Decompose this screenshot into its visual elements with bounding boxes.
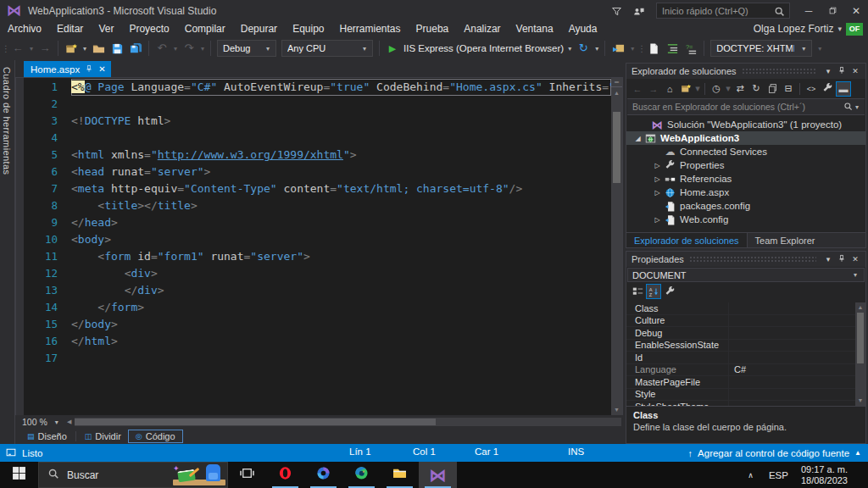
opera-browser-button[interactable] [266,462,304,488]
panel-drag-area[interactable] [742,68,816,75]
nav-forward-icon[interactable]: → [646,81,661,97]
code-line-11[interactable]: 11 <form id="form1" runat="server"> [24,248,611,265]
properties-icon[interactable] [820,81,835,97]
panel-tab-team-explorer[interactable]: Team Explorer [748,233,823,247]
send-feedback-icon[interactable] [627,3,649,19]
avatar[interactable]: OF [846,23,863,36]
doctype-select[interactable]: DOCTYPE: XHTML5 ▾ [710,40,812,57]
visual-studio-button[interactable]: ⋈ [419,462,457,488]
save-all-button[interactable] [126,37,145,59]
code-line-4[interactable]: 4 [24,130,611,147]
property-value[interactable] [728,302,865,314]
property-value[interactable] [728,340,865,352]
nav-back-icon[interactable]: ← [630,81,645,97]
view-tab-código[interactable]: ◎Código [128,430,183,443]
panel-drag-area[interactable] [689,256,816,263]
close-icon[interactable]: ✕ [849,255,862,263]
code-line-8[interactable]: 8 <title></title> [24,197,611,214]
nav-back-button[interactable]: ← [8,37,27,59]
new-project-button[interactable] [62,37,81,59]
panel-tab-explorador-de-soluciones[interactable]: Explorador de soluciones [626,233,748,247]
pin-icon[interactable] [85,64,93,75]
editor-vertical-scrollbar[interactable]: ═ ▲ ▼ [611,78,622,415]
solution-explorer-header[interactable]: Explorador de soluciones ▾ ✕ [626,64,865,79]
toolbar-overflow-icon[interactable]: ▾ [627,45,637,53]
view-tab-dividir[interactable]: ◫Dividir [78,430,128,443]
property-row-debug[interactable]: Debug [626,327,865,340]
code-line-5[interactable]: 5<html xmlns="http://www.w3.org/1999/xht… [24,147,611,164]
format-selection-button[interactable]: ?= [682,37,700,59]
loop-app-button[interactable] [304,462,342,488]
menu-item-herramientas[interactable]: Herramientas [332,21,409,36]
tree-item-soluci-n-webapplication3-1-proyecto[interactable]: ⋈Solución "WebApplication3" (1 proyecto) [626,118,865,131]
expander-icon[interactable]: ▷ [652,162,663,169]
menu-item-equipo[interactable]: Equipo [285,21,331,36]
collapse-all-icon[interactable] [765,81,780,97]
property-row-masterpagefile[interactable]: MasterPageFile [626,376,865,389]
start-debug-label[interactable]: IIS Express (Opera Internet Browser) [403,43,564,53]
scrollbar-thumb[interactable] [75,419,436,425]
property-value[interactable]: C# [728,364,865,376]
menu-item-compilar[interactable]: Compilar [177,21,233,36]
object-selector[interactable]: DOCUMENT ▾ [627,268,865,282]
tree-item-referencias[interactable]: ▷Referencias [626,172,865,186]
expander-icon[interactable]: ◢ [632,135,643,142]
menu-item-prueba[interactable]: Prueba [409,21,457,36]
property-row-culture[interactable]: Culture [626,315,865,328]
view-code-icon[interactable]: <> [804,81,819,97]
chevron-down-icon[interactable]: ▾ [725,81,732,97]
menu-item-ver[interactable]: Ver [91,21,121,36]
window-menu-icon[interactable]: ▾ [821,67,835,75]
pin-icon[interactable] [835,66,849,76]
solution-search-input[interactable]: Buscar en Explorador de soluciones (Ctrl… [627,98,865,115]
minimize-button[interactable]: ─ [797,0,821,21]
account-name[interactable]: Olga Lopez Fortiz [754,23,834,35]
chevron-down-icon[interactable]: ▾ [853,103,861,111]
toolbar-grip[interactable]: ⋮ [2,44,8,53]
save-button[interactable] [108,37,126,59]
property-value[interactable] [728,389,865,401]
redo-dropdown-icon[interactable]: ▾ [198,45,207,53]
tree-item-connected-services[interactable]: ☁Connected Services [626,145,865,158]
splitter-handle[interactable]: ═ [611,78,622,87]
tree-item-home-aspx[interactable]: ▷Home.aspx [626,186,865,199]
code-line-9[interactable]: 9</head> [24,214,611,231]
alphabetical-icon[interactable]: AZ [646,284,661,299]
code-line-10[interactable]: 10<body> [24,231,611,248]
property-row-language[interactable]: LanguageC# [626,364,865,377]
property-row-enablesessionstate[interactable]: EnableSessionState [626,340,865,352]
pending-changes-filter-icon[interactable]: ◷ [709,81,724,97]
edge-browser-button[interactable] [342,462,381,488]
undo-dropdown-icon[interactable]: ▾ [171,45,180,53]
solution-platform-select[interactable]: Any CPU ▾ [281,40,373,57]
scrollbar-thumb[interactable] [857,313,864,363]
redo-button[interactable]: ↷ [180,37,198,59]
home-icon[interactable]: ⌂ [662,81,677,97]
toolbar-grip[interactable]: ⋮ [637,44,644,53]
properties-header[interactable]: Propiedades ▾ ✕ [626,252,865,267]
code-line-14[interactable]: 14 </form> [24,299,611,316]
tab-home-aspx[interactable]: Home.aspx ✕ [24,61,111,77]
undo-button[interactable]: ↶ [153,37,171,59]
properties-scrollbar[interactable]: ▲ ▼ [855,302,865,406]
toolbox-tab[interactable]: Cuadro de herramientas [0,60,15,444]
open-file-button[interactable] [89,37,108,59]
sync-with-active-document-icon[interactable]: ⇄ [732,81,748,97]
tray-expand-button[interactable]: ∧ [740,462,761,488]
property-pages-icon[interactable] [662,284,677,299]
property-value[interactable] [728,315,865,327]
format-document-button[interactable] [663,37,682,59]
new-file-button[interactable] [644,37,663,59]
property-row-class[interactable]: Class [626,302,865,315]
language-indicator[interactable]: ESP [761,462,796,488]
start-debug-dropdown-icon[interactable]: ▾ [565,45,574,53]
scroll-down-icon[interactable]: ▼ [611,404,622,415]
search-icon[interactable] [843,99,853,114]
tree-item-webapplication3[interactable]: ◢WebApplication3 [626,131,865,145]
menu-item-depurar[interactable]: Depurar [233,21,285,36]
property-value[interactable] [728,376,865,388]
code-line-6[interactable]: 6<head runat="server"> [24,164,611,180]
property-value[interactable] [728,327,865,339]
show-all-files-icon[interactable]: ⊟ [781,81,796,97]
switch-views-icon[interactable] [678,81,693,97]
